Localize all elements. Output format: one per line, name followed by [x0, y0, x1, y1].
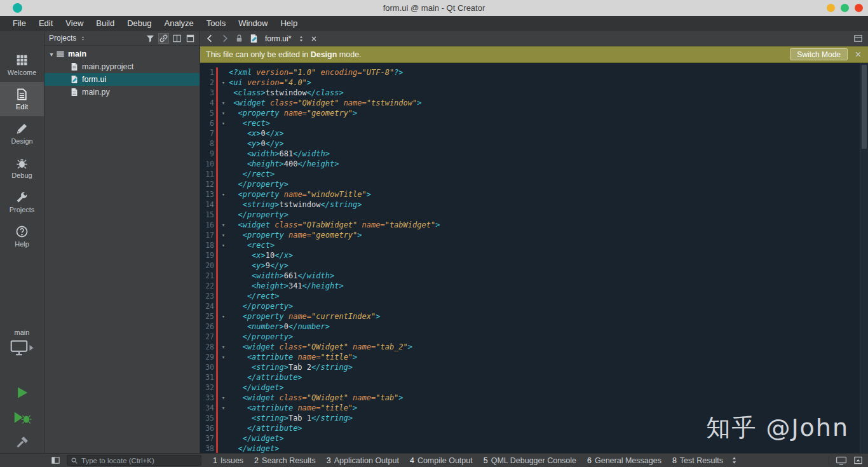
menu-tools[interactable]: Tools: [200, 16, 232, 31]
maximize-output-pane-icon[interactable]: [853, 456, 863, 465]
expander-icon[interactable]: ▾: [47, 51, 56, 58]
code-editor[interactable]: 1<?xml version="1.0" encoding="UTF-8"?>2…: [200, 63, 868, 453]
menu-view[interactable]: View: [59, 16, 90, 31]
switch-mode-button[interactable]: Switch Mode: [790, 48, 848, 60]
back-icon[interactable]: [205, 34, 215, 43]
code-line[interactable]: 11 </rect>: [200, 169, 868, 179]
maximize-button[interactable]: [841, 4, 849, 12]
code-line[interactable]: 8 <y>0</y>: [200, 139, 868, 149]
forward-icon[interactable]: [220, 34, 229, 43]
code-line[interactable]: 17▾ <property name="geometry">: [200, 230, 868, 240]
menu-edit[interactable]: Edit: [32, 16, 59, 31]
panel-selector-icon[interactable]: [80, 35, 86, 42]
pane-navigation-icon[interactable]: [729, 456, 739, 465]
infobar-close-icon[interactable]: [854, 50, 862, 58]
mode-projects[interactable]: Projects: [0, 185, 44, 219]
code-line[interactable]: 15 </property>: [200, 210, 868, 220]
kit-selector[interactable]: main: [0, 328, 44, 356]
pane-search-results[interactable]: 2Search Results: [254, 456, 316, 465]
minimize-button[interactable]: [827, 4, 835, 12]
code-line[interactable]: 14 <string>tstwindow</string>: [200, 200, 868, 210]
menu-analyze[interactable]: Analyze: [158, 16, 200, 31]
fold-marker-icon[interactable]: ▾: [218, 191, 229, 198]
document-dropdown-icon[interactable]: [297, 35, 305, 43]
code-line[interactable]: 16▾ <widget class="QTabWidget" name="tab…: [200, 220, 868, 230]
split-panel-icon[interactable]: [172, 34, 182, 43]
title-bar[interactable]: form.ui @ main - Qt Creator: [0, 0, 868, 16]
close-document-icon[interactable]: [310, 35, 318, 43]
code-line[interactable]: 24 </property>: [200, 301, 868, 311]
fold-marker-icon[interactable]: ▾: [218, 100, 229, 106]
menu-debug[interactable]: Debug: [121, 16, 158, 31]
mode-design[interactable]: Design: [0, 116, 44, 151]
progress-details-icon[interactable]: [836, 456, 847, 465]
fold-marker-icon[interactable]: ▾: [218, 79, 229, 86]
code-line[interactable]: 22 <height>341</height>: [200, 281, 868, 291]
code-line[interactable]: 10 <height>400</height>: [200, 159, 868, 169]
pane-test-results[interactable]: 8Test Results: [672, 456, 723, 465]
code-line[interactable]: 27 </property>: [200, 332, 868, 342]
code-line[interactable]: 30 <string>Tab 2</string>: [200, 362, 868, 372]
code-line[interactable]: 18▾ <rect>: [200, 240, 868, 250]
code-line[interactable]: 6▾ <rect>: [200, 118, 868, 128]
pane-qml-debugger-console[interactable]: 5QML Debugger Console: [484, 456, 576, 465]
code-line[interactable]: 3 <class>tstwindow</class>: [200, 88, 868, 98]
code-line[interactable]: 4▾ <widget class="QWidget" name="tstwind…: [200, 98, 868, 108]
code-line[interactable]: 33▾ <widget class="QWidget" name="tab">: [200, 393, 868, 403]
code-line[interactable]: 31 </attribute>: [200, 372, 868, 382]
mode-debug[interactable]: Debug: [0, 151, 44, 185]
tree-item-form-ui[interactable]: form.ui: [44, 73, 200, 86]
fold-marker-icon[interactable]: ▾: [218, 405, 229, 411]
fold-marker-icon[interactable]: ▾: [218, 313, 229, 320]
code-line[interactable]: 21 <width>661</width>: [200, 271, 868, 281]
code-line[interactable]: 1<?xml version="1.0" encoding="UTF-8"?>: [200, 67, 868, 78]
tree-item-main-py[interactable]: main.py: [44, 86, 200, 98]
fold-marker-icon[interactable]: ▾: [218, 120, 229, 126]
fold-marker-icon[interactable]: ▾: [218, 222, 229, 228]
pane-application-output[interactable]: 3Application Output: [327, 456, 399, 465]
code-line[interactable]: 38 </widget>: [200, 443, 868, 453]
locator[interactable]: [67, 455, 201, 466]
build-button[interactable]: [15, 435, 29, 449]
code-line[interactable]: 7 <x>0</x>: [200, 128, 868, 139]
menu-window[interactable]: Window: [232, 16, 274, 31]
menu-help[interactable]: Help: [274, 16, 304, 31]
fold-marker-icon[interactable]: ▾: [218, 110, 229, 116]
pane-issues[interactable]: 1Issues: [213, 456, 243, 465]
split-editor-icon[interactable]: [853, 34, 863, 43]
sidebar-toggle-icon[interactable]: [51, 456, 60, 465]
code-line[interactable]: 32 </widget>: [200, 382, 868, 393]
pane-compile-output[interactable]: 4Compile Output: [410, 456, 473, 465]
mode-edit[interactable]: Edit: [0, 82, 44, 116]
menu-file[interactable]: File: [6, 16, 32, 31]
mode-help[interactable]: Help: [0, 219, 44, 254]
tree-item-main-pyproject[interactable]: main.pyproject: [44, 60, 200, 73]
link-with-editor-icon[interactable]: [159, 34, 168, 43]
fold-marker-icon[interactable]: ▾: [218, 232, 229, 238]
fold-marker-icon[interactable]: ▾: [218, 242, 229, 248]
code-line[interactable]: 20 <y>9</y>: [200, 261, 868, 271]
fold-marker-icon[interactable]: ▾: [218, 354, 229, 360]
fold-marker-icon[interactable]: ▾: [218, 344, 229, 350]
code-line[interactable]: 26 <number>0</number>: [200, 321, 868, 332]
panel-title[interactable]: Projects: [49, 34, 76, 43]
tree-item-main[interactable]: ▾main: [44, 48, 200, 60]
filter-icon[interactable]: [146, 34, 155, 43]
start-debugging-button[interactable]: [13, 410, 32, 424]
code-line[interactable]: 28▾ <widget class="QWidget" name="tab_2"…: [200, 342, 868, 352]
scrollbar-thumb[interactable]: [862, 65, 867, 149]
code-line[interactable]: 13▾ <property name="windowTitle">: [200, 189, 868, 200]
code-line[interactable]: 23 </rect>: [200, 291, 868, 301]
code-line[interactable]: 2▾<ui version="4.0">: [200, 78, 868, 88]
monitor-icon[interactable]: [10, 340, 28, 356]
pane-general-messages[interactable]: 6General Messages: [587, 456, 661, 465]
code-line[interactable]: 19 <x>10</x>: [200, 250, 868, 261]
editor-scrollbar[interactable]: [860, 63, 868, 453]
mode-welcome[interactable]: Welcome: [0, 48, 44, 82]
code-line[interactable]: 12 </property>: [200, 179, 868, 189]
menu-build[interactable]: Build: [90, 16, 121, 31]
close-window-button[interactable]: [855, 4, 863, 12]
code-line[interactable]: 9 <width>681</width>: [200, 149, 868, 159]
code-line[interactable]: 5▾ <property name="geometry">: [200, 108, 868, 118]
code-line[interactable]: 25▾ <property name="currentIndex">: [200, 311, 868, 321]
